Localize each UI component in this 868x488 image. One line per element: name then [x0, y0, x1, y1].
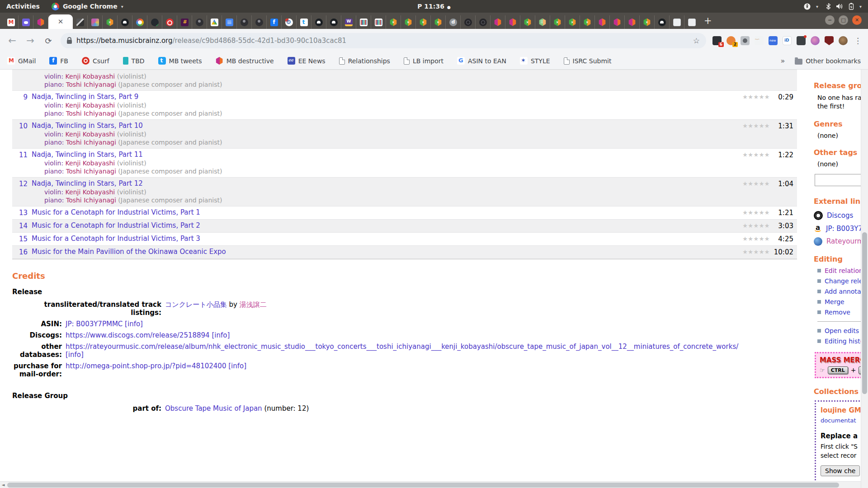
browser-tab[interactable] [431, 15, 446, 29]
track-title-link[interactable]: Music for a Cenotaph for Industrial Vict… [32, 235, 200, 243]
editing-link[interactable]: Open edits [825, 327, 859, 334]
browser-tab[interactable] [132, 15, 147, 29]
artist-link[interactable]: Kenji Kobayashi [66, 102, 115, 109]
credit-link[interactable]: JP: B003Y7PMMC [66, 320, 123, 328]
window-close-button[interactable]: ✕ [852, 15, 862, 25]
bookmark-item-gmail[interactable]: GMail [7, 57, 36, 65]
browser-tab[interactable] [655, 15, 670, 29]
track-title-link[interactable]: Music for a Cenotaph for Industrial Vict… [32, 208, 200, 216]
browser-tab[interactable] [580, 15, 595, 29]
bookmark-item-csurf[interactable]: Csurf [82, 57, 109, 65]
documentation-link[interactable]: documentat [821, 417, 856, 424]
artist-link[interactable]: Kenji Kobayashi [66, 73, 115, 80]
browser-tab[interactable] [341, 15, 356, 29]
browser-tab[interactable] [326, 15, 341, 29]
horizontal-scrollbar-thumb[interactable] [7, 483, 839, 488]
artist-link[interactable]: 湯浅譲二 [240, 300, 267, 309]
credit-link[interactable]: [info] [66, 351, 810, 359]
scroll-left-arrow[interactable]: ◄ [0, 483, 6, 487]
clock-button[interactable]: P 11:36● [0, 3, 868, 10]
bookmarks-overflow-button[interactable]: » [781, 56, 785, 65]
editing-link[interactable]: Remove [825, 309, 850, 316]
browser-tab[interactable] [311, 15, 326, 29]
browser-tab[interactable] [282, 15, 297, 29]
extension-button-9[interactable] [825, 36, 834, 45]
extension-button-4[interactable] [755, 36, 764, 45]
browser-tab[interactable] [371, 15, 386, 29]
extension-button-2[interactable]: 2 [726, 36, 736, 45]
credit-link[interactable]: [info] [228, 362, 246, 370]
rating-stars[interactable]: ★★★★★ [736, 93, 770, 100]
artist-link[interactable]: Toshi Ichiyanagi [66, 197, 116, 204]
bookmark-item-style[interactable]: STYLE [520, 57, 550, 65]
vertical-scrollbar-thumb[interactable] [862, 232, 867, 394]
vertical-scrollbar[interactable] [861, 70, 868, 488]
rating-stars[interactable]: ★★★★★ [736, 221, 770, 229]
browser-tab[interactable] [491, 15, 505, 29]
track-title-link[interactable]: Music for a Cenotaph for Industrial Vict… [32, 221, 200, 230]
credit-link[interactable]: [info] [212, 331, 230, 339]
extension-button-1[interactable]: 6 [712, 36, 722, 45]
artist-link[interactable]: Toshi Ichiyanagi [66, 81, 116, 88]
browser-tab[interactable] [267, 15, 282, 29]
bookmark-item-mb-tweets[interactable]: MB tweets [158, 57, 202, 65]
browser-tab[interactable] [670, 15, 684, 29]
browser-tab[interactable] [192, 15, 207, 29]
browser-menu-button[interactable]: ⋮ [854, 36, 862, 45]
credit-link[interactable]: http://omega-point.shop-pro.jp/?pid=4810… [66, 362, 226, 370]
extension-button-5[interactable] [769, 36, 778, 45]
browser-tab[interactable] [401, 15, 416, 29]
browser-tab[interactable] [446, 15, 461, 29]
browser-tab[interactable] [505, 15, 520, 29]
browser-tab[interactable] [207, 15, 222, 29]
extension-button-3[interactable] [741, 36, 750, 45]
browser-tab[interactable] [356, 15, 371, 29]
track-title-link[interactable]: Music for the Main Pavillion of the Okin… [32, 248, 226, 256]
url-text[interactable]: https://beta.musicbrainz.org/release/c9b… [76, 37, 689, 45]
extension-button-8[interactable] [811, 36, 820, 45]
lock-icon[interactable] [67, 40, 72, 44]
tag-input[interactable] [815, 174, 868, 186]
extension-button-7[interactable] [797, 36, 806, 45]
browser-tab[interactable] [520, 15, 535, 29]
browser-tab[interactable] [297, 15, 311, 29]
bookmark-item-relationships[interactable]: Relationships [339, 57, 390, 65]
browser-tab[interactable] [19, 15, 33, 29]
forward-button[interactable]: → [24, 35, 36, 46]
browser-tab[interactable] [684, 15, 699, 29]
browser-tab[interactable] [88, 15, 103, 29]
browser-tab[interactable] [4, 15, 19, 29]
rating-stars[interactable]: ★★★★★ [736, 179, 770, 187]
browser-tab[interactable] [252, 15, 267, 29]
browser-tab[interactable] [550, 15, 565, 29]
credit-link[interactable]: Obscure Tape Music of Japan [165, 404, 262, 413]
credit-link[interactable]: https://rateyourmusic.com/release/album/… [66, 343, 738, 351]
window-minimize-button[interactable]: − [825, 15, 835, 25]
bookmark-star-icon[interactable]: ☆ [693, 36, 700, 45]
artist-link[interactable]: Kenji Kobayashi [66, 160, 115, 167]
bookmark-item-ee-news[interactable]: EE News [288, 57, 326, 65]
reload-button[interactable]: ⟳ [42, 36, 54, 46]
browser-tab[interactable] [565, 15, 580, 29]
browser-tab[interactable] [222, 15, 237, 29]
browser-tab[interactable] [625, 15, 640, 29]
bookmark-item-isrc-submit[interactable]: ISRC Submit [564, 57, 612, 65]
browser-tab[interactable] [610, 15, 625, 29]
rating-stars[interactable]: ★★★★★ [736, 122, 770, 129]
browser-tab-active[interactable]: ✕ [48, 14, 73, 29]
editing-link[interactable]: Merge [825, 298, 844, 305]
extension-button-10[interactable] [839, 36, 848, 45]
browser-tab[interactable] [595, 15, 610, 29]
credit-link[interactable]: [info] [125, 320, 143, 328]
browser-tab[interactable] [640, 15, 655, 29]
other-bookmarks-button[interactable]: Other bookmarks [795, 57, 861, 65]
track-title-link[interactable]: Nadja, Twincling in Stars, Part 10 [32, 122, 143, 130]
horizontal-scrollbar[interactable]: ◄ [0, 481, 861, 488]
rating-stars[interactable]: ★★★★★ [736, 235, 770, 242]
browser-tab[interactable] [476, 15, 491, 29]
browser-tab[interactable] [118, 15, 132, 29]
window-maximize-button[interactable]: □ [839, 15, 848, 25]
browser-tab[interactable] [33, 15, 48, 29]
external-link[interactable]: Discogs [827, 211, 853, 220]
track-title-link[interactable]: Nadja, Twincling in Stars, Part 12 [32, 179, 143, 188]
